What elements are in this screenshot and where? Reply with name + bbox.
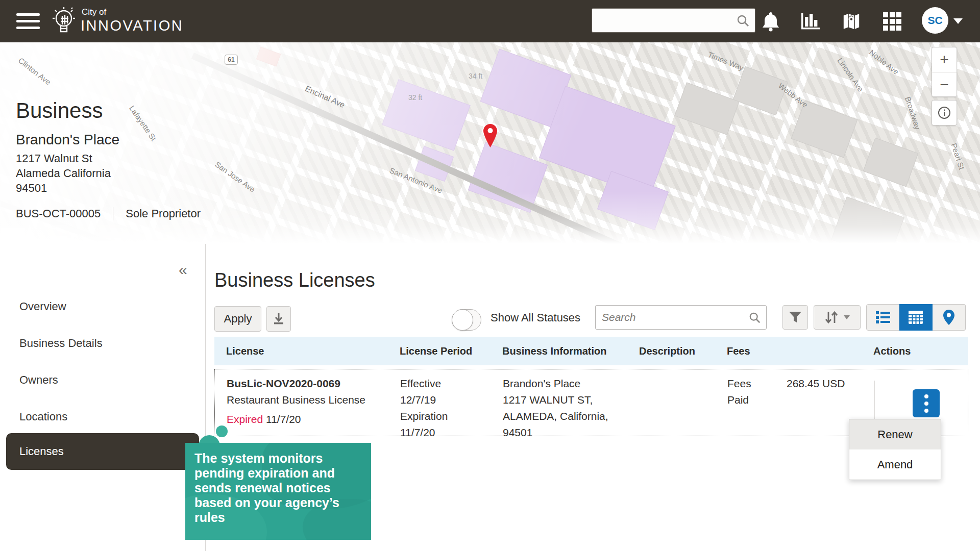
highway-shield: 61 [225,55,238,65]
licenses-table-header: License License Period Business Informat… [214,337,968,365]
status-date: 11/7/20 [266,413,301,425]
license-number: BusLic-NOV2020-0069 [227,375,400,392]
license-period-cell: Effective 12/7/19 Expiration 11/7/20 [400,375,503,436]
notifications-bell-icon[interactable] [760,10,782,33]
map-pin-icon [483,124,497,147]
analytics-chart-icon[interactable] [799,10,822,33]
period-expiration-label: Expiration [400,408,503,424]
section-title: Business Licenses [214,269,375,291]
business-address: 1217 Walnut St Alameda California 94501 [16,151,111,195]
zoom-out-button[interactable]: − [932,72,957,96]
licenses-search-box [595,305,767,330]
caret-down-icon [843,315,850,320]
sidebar-item-licenses[interactable]: Licenses [6,433,199,470]
lightbulb-logo-icon [50,5,80,37]
brand-city-of: City of [82,7,106,17]
zoom-in-button[interactable]: + [932,47,957,72]
col-fees: Fees [727,345,873,357]
biz-info-zip: 94501 [503,424,640,441]
business-meta: BUS-OCT-00005 Sole Proprietor [16,207,201,220]
tooltip-text: The system monitors pending expiration a… [185,443,371,533]
biz-info-city: ALAMEDA, California, [503,408,640,424]
sidebar-item-overview[interactable]: Overview [19,300,188,313]
col-description: Description [639,345,727,357]
col-license-period: License Period [400,345,502,357]
map-app-icon[interactable] [840,10,863,33]
description-cell [640,375,727,436]
page-title: Business [16,98,103,123]
filter-button[interactable] [782,305,808,330]
license-cell: BusLic-NOV2020-0069 Restaurant Business … [227,375,400,436]
col-actions: Actions [873,345,968,357]
tooltip-connector-dot-small [216,425,228,437]
view-switcher [866,304,966,331]
sidebar-item-label: Licenses [19,445,64,458]
fees-amount: 268.45 USD [787,375,845,436]
toggle-knob [452,309,473,331]
app-header: City of INNOVATION SC [0,0,980,42]
sidebar-item-business-details[interactable]: Business Details [19,337,188,350]
app-grid-icon[interactable] [881,10,903,33]
sidebar-collapse-button[interactable]: « [179,261,187,279]
search-icon [749,312,761,324]
row-actions-kebab-button[interactable] [913,389,940,417]
business-record-id: BUS-OCT-00005 [16,207,101,220]
address-line2: Alameda California [16,166,111,181]
map-zoom-controls: + − [932,47,957,97]
period-expiration-date: 11/7/20 [400,424,503,441]
show-all-statuses-toggle[interactable] [452,309,481,331]
user-menu-caret-icon[interactable] [953,18,963,24]
business-name: Brandon's Place [16,132,119,148]
scale-label: 34 ft [469,72,482,80]
scale-label: 32 ft [408,93,422,102]
biz-info-name: Brandon's Place [503,375,640,392]
actions-dropdown-menu: Renew Amend [849,419,941,480]
license-name: Restaurant Business License [227,392,400,408]
meta-divider [113,207,113,220]
info-button[interactable] [932,101,957,125]
renewal-tooltip: The system monitors pending expiration a… [185,443,371,540]
menu-item-renew[interactable]: Renew [849,419,941,449]
menu-item-amend[interactable]: Amend [849,449,941,480]
col-license: License [226,345,400,357]
map-info-control [932,100,957,126]
search-icon [737,14,750,28]
download-button[interactable] [266,306,291,332]
grid-view-button[interactable] [899,304,933,331]
business-entity-type: Sole Proprietor [126,207,201,220]
map-view-button[interactable] [933,304,966,331]
toggle-label: Show All Statuses [491,311,580,324]
brand-innovation: INNOVATION [81,17,183,34]
period-effective-label: Effective [400,375,503,392]
funnel-icon [789,311,802,323]
list-view-button[interactable] [866,304,899,331]
global-search-box [592,8,755,33]
business-information-cell: Brandon's Place 1217 WALNUT ST, ALAMEDA,… [503,375,640,436]
licenses-search-input[interactable] [602,308,745,327]
apply-button[interactable]: Apply [214,306,261,332]
fees-label: Fees [727,375,787,392]
period-effective-date: 12/7/19 [400,392,503,408]
sort-button[interactable] [814,305,861,330]
fees-status: Paid [727,392,787,408]
sidebar-item-owners[interactable]: Owners [19,373,188,387]
address-line1: 1217 Walnut St [16,151,111,166]
col-business-information: Business Information [502,345,639,357]
status-badge: Expired [227,413,263,425]
sidebar-item-locations[interactable]: Locations [19,410,188,423]
hamburger-menu-icon[interactable] [16,13,40,30]
sort-arrows-icon [824,310,839,324]
biz-info-street: 1217 WALNUT ST, [503,392,640,408]
address-zip: 94501 [16,181,111,195]
global-search-input[interactable] [597,11,735,30]
user-avatar[interactable]: SC [922,7,948,34]
